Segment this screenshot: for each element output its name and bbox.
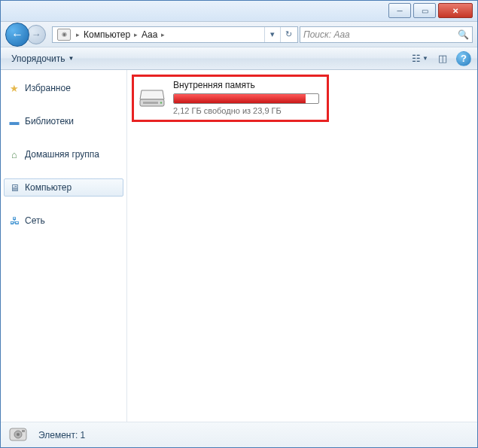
sidebar-item-label: Библиотеки: [25, 116, 74, 126]
network-icon: 🖧: [8, 215, 20, 227]
drive-icon: [139, 87, 166, 108]
svg-point-5: [17, 433, 20, 436]
homegroup-icon: ⌂: [8, 148, 20, 160]
drive-capacity-bar: [173, 93, 319, 104]
sidebar-item-label: Сеть: [25, 215, 45, 226]
help-button[interactable]: ?: [456, 51, 471, 66]
navbar: ← → ◉ ▸ Компьютер ▸ Aaa ▸ ▾ ↻ Поиск: Aaa…: [1, 22, 477, 47]
drive-name: Внутренняя память: [173, 80, 319, 90]
back-button[interactable]: ←: [5, 23, 29, 47]
sidebar-item-computer[interactable]: 🖥 Компьютер: [4, 178, 123, 197]
toolbar: Упорядочить ▼ ☷▼ ◫ ?: [1, 47, 477, 70]
libraries-icon: ▬: [8, 115, 20, 127]
breadcrumb-seg-folder[interactable]: Aaa: [140, 29, 159, 40]
statusbar: Элемент: 1: [1, 422, 477, 447]
arrow-right-icon: →: [32, 29, 41, 40]
chevron-right-icon: ▸: [74, 31, 82, 38]
device-icon: ◉: [57, 29, 71, 41]
preview-pane-button[interactable]: ◫: [434, 50, 452, 68]
refresh-button[interactable]: ↻: [280, 27, 296, 42]
address-bar[interactable]: ◉ ▸ Компьютер ▸ Aaa ▸ ▾ ↻: [52, 26, 298, 43]
sidebar-item-label: Домашняя группа: [25, 149, 99, 160]
chevron-down-icon: ▼: [68, 55, 74, 62]
maximize-button[interactable]: ▭: [413, 3, 436, 18]
chevron-right-icon: ▸: [159, 31, 167, 38]
organize-label: Упорядочить: [11, 53, 65, 64]
sidebar-item-homegroup[interactable]: ⌂ Домашняя группа: [4, 145, 123, 163]
sidebar-item-libraries[interactable]: ▬ Библиотеки: [4, 112, 123, 130]
svg-point-2: [160, 102, 162, 103]
organize-button[interactable]: Упорядочить ▼: [7, 52, 78, 66]
minimize-button[interactable]: ─: [388, 3, 411, 18]
search-placeholder: Поиск: Aaa: [303, 29, 350, 40]
close-button[interactable]: ✕: [438, 3, 473, 18]
chevron-right-icon: ▸: [132, 31, 140, 38]
computer-icon: 🖥: [8, 181, 20, 194]
address-dropdown-button[interactable]: ▾: [264, 27, 280, 42]
titlebar: ─ ▭ ✕: [1, 1, 477, 22]
sidebar-item-favorites[interactable]: ★ Избранное: [4, 79, 123, 97]
star-icon: ★: [8, 82, 20, 94]
search-input[interactable]: Поиск: Aaa 🔍: [300, 26, 473, 43]
drive-free-text: 2,12 ГБ свободно из 23,9 ГБ: [173, 106, 319, 115]
drive-info: Внутренняя память 2,12 ГБ свободно из 23…: [173, 80, 319, 115]
drive-item[interactable]: Внутренняя память 2,12 ГБ свободно из 23…: [132, 75, 329, 122]
arrow-left-icon: ←: [11, 28, 23, 41]
sidebar: ★ Избранное ▬ Библиотеки ⌂ Домашняя груп…: [1, 70, 127, 422]
view-options-button[interactable]: ☷▼: [411, 50, 429, 68]
explorer-window: ─ ▭ ✕ ← → ◉ ▸ Компьютер ▸ Aaa ▸ ▾ ↻ Поис…: [0, 0, 478, 448]
breadcrumb-seg-computer[interactable]: Компьютер: [82, 29, 132, 40]
svg-rect-1: [143, 102, 158, 104]
status-text: Элемент: 1: [38, 430, 85, 440]
search-icon: 🔍: [458, 29, 469, 40]
sidebar-item-label: Компьютер: [25, 182, 72, 193]
drive-capacity-fill: [174, 94, 306, 103]
device-status-icon: [7, 425, 31, 446]
sidebar-item-network[interactable]: 🖧 Сеть: [4, 212, 123, 230]
svg-rect-6: [22, 430, 25, 432]
content-pane: Внутренняя память 2,12 ГБ свободно из 23…: [127, 70, 477, 422]
sidebar-item-label: Избранное: [25, 83, 71, 93]
body: ★ Избранное ▬ Библиотеки ⌂ Домашняя груп…: [1, 70, 477, 422]
